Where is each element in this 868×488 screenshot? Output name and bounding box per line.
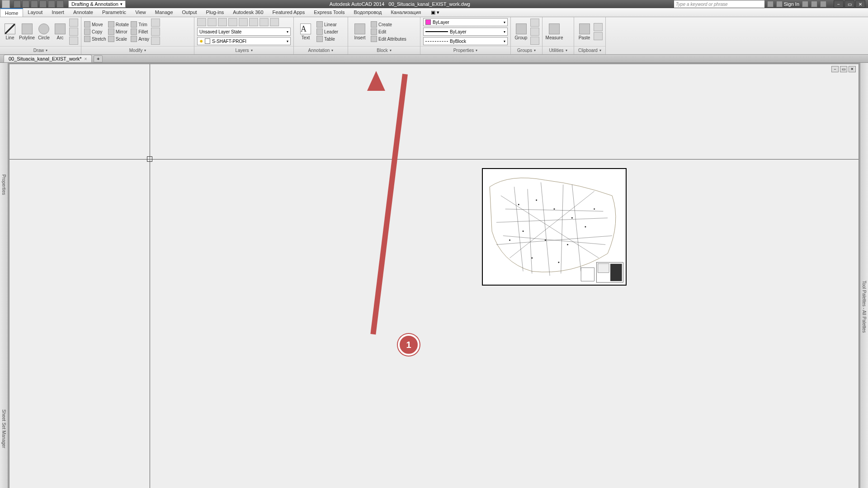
app-logo[interactable] — [2, 0, 10, 8]
paste-button[interactable]: Paste — [577, 23, 592, 40]
panel-title-layers[interactable]: Layers — [194, 46, 293, 54]
panel-title-block[interactable]: Block — [348, 46, 420, 54]
minimize-button[interactable]: − — [834, 0, 844, 8]
tab-view[interactable]: View — [131, 8, 151, 17]
clip-extra-1[interactable] — [594, 23, 603, 31]
fillet-button[interactable]: Fillet — [131, 28, 149, 35]
vp-close-icon[interactable]: ✕ — [849, 66, 856, 72]
tool-palettes-tab[interactable]: Tool Palettes - All Palettes — [860, 63, 868, 488]
tab-water[interactable]: Водопровод — [349, 8, 386, 17]
text-button[interactable]: AText — [297, 23, 315, 40]
measure-button[interactable]: Measure — [545, 23, 563, 40]
sign-in-button[interactable]: Sign In — [776, 1, 799, 7]
layer-btn-2[interactable] — [208, 18, 217, 26]
modify-extra-2[interactable] — [151, 28, 160, 36]
arc-button[interactable]: Arc — [53, 23, 67, 40]
vp-min-icon[interactable]: − — [831, 66, 839, 72]
group-extra-1[interactable] — [530, 19, 539, 27]
tab-output[interactable]: Output — [178, 8, 202, 17]
clip-extra-2[interactable] — [594, 32, 603, 40]
leader-button[interactable]: Leader — [316, 28, 338, 35]
polyline-button[interactable]: Polyline — [19, 23, 35, 40]
array-button[interactable]: Array — [131, 36, 149, 42]
panel-title-annotation[interactable]: Annotation — [294, 46, 348, 54]
group-extra-3[interactable] — [530, 37, 539, 45]
sheetset-palette-tab[interactable]: Sheet Set Manager — [0, 307, 8, 488]
plot-icon[interactable] — [39, 0, 47, 8]
panel-title-clipboard[interactable]: Clipboard — [574, 46, 605, 54]
draw-extra-1[interactable] — [69, 19, 78, 27]
redo-icon[interactable] — [57, 0, 64, 8]
close-tab-icon[interactable]: × — [84, 56, 87, 61]
panel-title-properties[interactable]: Properties — [420, 46, 510, 54]
line-button[interactable]: Line — [3, 23, 17, 40]
paper-viewport[interactable] — [482, 168, 627, 286]
tab-express[interactable]: Express Tools — [309, 8, 349, 17]
help-search-input[interactable]: Type a keyword or phrase — [674, 0, 764, 8]
create-block-button[interactable]: Create — [371, 21, 406, 28]
linetype-dropdown[interactable]: ByBlock — [423, 37, 508, 45]
trim-button[interactable]: Trim — [131, 21, 149, 28]
layer-btn-5[interactable] — [239, 18, 248, 26]
undo-icon[interactable] — [48, 0, 55, 8]
group-extra-2[interactable] — [530, 28, 539, 36]
new-tab-button[interactable]: + — [94, 55, 103, 62]
rotate-button[interactable]: Rotate — [108, 21, 129, 28]
tab-layout[interactable]: Layout — [23, 8, 47, 17]
modify-extra-3[interactable] — [151, 37, 160, 45]
tab-plugins[interactable]: Plug-ins — [202, 8, 229, 17]
scale-button[interactable]: Scale — [108, 36, 129, 42]
infocenter-icon[interactable] — [767, 1, 774, 7]
drawing-canvas[interactable]: − ▭ ✕ — [9, 64, 859, 488]
move-button[interactable]: Move — [84, 21, 106, 28]
color-dropdown[interactable]: ByLayer — [423, 18, 508, 26]
layer-btn-6[interactable] — [249, 18, 258, 26]
draw-extra-3[interactable] — [69, 37, 78, 45]
layer-btn-4[interactable] — [228, 18, 237, 26]
help-icon[interactable] — [820, 1, 826, 7]
panel-title-groups[interactable]: Groups — [511, 46, 542, 54]
tab-insert[interactable]: Insert — [47, 8, 69, 17]
linear-button[interactable]: Linear — [316, 21, 338, 28]
modify-extra-1[interactable] — [151, 19, 160, 27]
edit-attr-button[interactable]: Edit Attributes — [371, 36, 406, 42]
save-icon[interactable] — [31, 0, 38, 8]
workspace-selector[interactable]: Drafting & Annotation — [68, 0, 126, 8]
vp-max-icon[interactable]: ▭ — [840, 66, 847, 72]
layer-btn-1[interactable] — [197, 18, 206, 26]
layer-state-dropdown[interactable]: Unsaved Layer State — [197, 28, 291, 36]
layer-btn-8[interactable] — [270, 18, 279, 26]
exchange-icon[interactable] — [802, 1, 808, 7]
open-icon[interactable] — [22, 0, 29, 8]
group-button[interactable]: Group — [514, 23, 528, 40]
tab-parametric[interactable]: Parametric — [98, 8, 131, 17]
lineweight-dropdown[interactable]: ByLayer — [423, 28, 508, 36]
tab-manage[interactable]: Manage — [151, 8, 178, 17]
panel-title-modify[interactable]: Modify — [81, 46, 194, 54]
tab-annotate[interactable]: Annotate — [69, 8, 98, 17]
tab-sewer[interactable]: Канализация — [386, 8, 425, 17]
close-button[interactable]: ✕ — [855, 0, 865, 8]
maximize-button[interactable]: ▭ — [844, 0, 854, 8]
table-button[interactable]: Table — [316, 36, 338, 42]
edit-block-button[interactable]: Edit — [371, 28, 406, 35]
copy-button[interactable]: Copy — [84, 28, 106, 35]
ribbon-expand-icon[interactable]: ▣ ▾ — [427, 8, 443, 17]
mirror-button[interactable]: Mirror — [108, 28, 129, 35]
insert-button[interactable]: Insert — [351, 23, 369, 40]
panel-title-draw[interactable]: Draw — [0, 46, 81, 54]
layer-btn-3[interactable] — [218, 18, 227, 26]
tab-a360[interactable]: Autodesk 360 — [228, 8, 268, 17]
properties-palette-tab[interactable]: Properties — [0, 63, 8, 307]
new-icon[interactable] — [14, 0, 21, 8]
stretch-button[interactable]: Stretch — [84, 36, 106, 42]
panel-title-utilities[interactable]: Utilities — [542, 46, 574, 54]
draw-extra-2[interactable] — [69, 28, 78, 36]
circle-button[interactable]: Circle — [37, 23, 51, 40]
tab-featured[interactable]: Featured Apps — [268, 8, 310, 17]
layer-btn-7[interactable] — [259, 18, 269, 26]
tab-home[interactable]: Home — [0, 8, 23, 17]
stayconnected-icon[interactable] — [811, 1, 817, 7]
current-layer-dropdown[interactable]: ✸ S-SHAFT-PROFI — [197, 37, 291, 45]
document-tab[interactable]: 00_Situacia_kanal_EXIST_work*× — [4, 55, 92, 62]
